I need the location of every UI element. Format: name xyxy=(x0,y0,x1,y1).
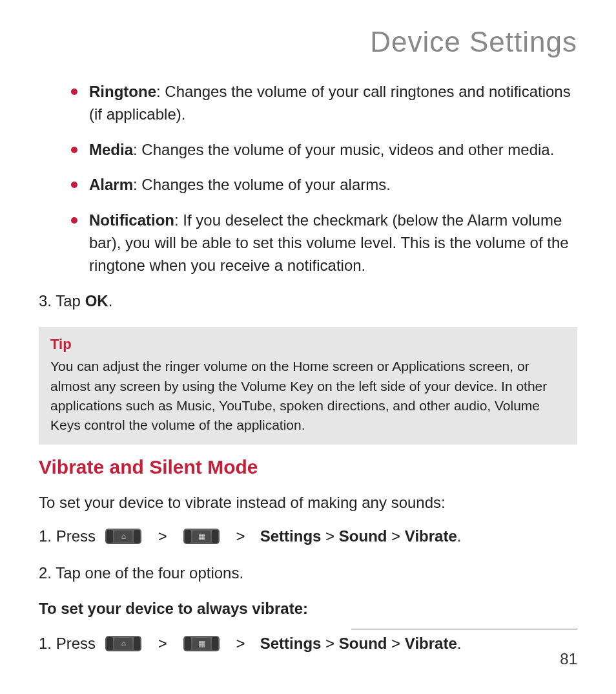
path-settings: Settings xyxy=(260,632,322,655)
step-prefix: 1. Press xyxy=(39,525,104,548)
bullet-media: Media: Changes the volume of your music,… xyxy=(71,139,577,162)
always-vibrate-step-1: 1. Press ⌂ > ▦ > Settings > Sound > Vibr… xyxy=(39,632,577,655)
apps-glyph-icon: ▦ xyxy=(192,638,210,649)
apps-glyph-icon: ▦ xyxy=(192,531,210,542)
section-heading-vibrate: Vibrate and Silent Mode xyxy=(39,456,577,478)
bullet-label: Ringtone xyxy=(89,83,156,100)
page-number: 81 xyxy=(560,650,577,668)
bullet-notification: Notification: If you deselect the checkm… xyxy=(71,209,577,277)
step-3-tap-ok: 3. Tap OK. xyxy=(39,290,577,312)
vibrate-intro: To set your device to vibrate instead of… xyxy=(39,494,577,512)
nav-separator: > xyxy=(149,525,176,548)
step-prefix: 1. Press xyxy=(39,632,104,655)
bullet-ringtone: Ringtone: Changes the volume of your cal… xyxy=(71,81,577,126)
manual-page: Device Settings Ringtone: Changes the vo… xyxy=(0,0,616,694)
home-key-icon: ⌂ xyxy=(105,636,141,651)
bullet-label: Alarm xyxy=(89,176,133,193)
path-sep: > xyxy=(321,525,338,548)
home-glyph-icon: ⌂ xyxy=(114,531,132,542)
footer-rule xyxy=(351,629,577,629)
always-vibrate-heading: To set your device to always vibrate: xyxy=(39,600,577,618)
vibrate-step-1: 1. Press ⌂ > ▦ > Settings > Sound > Vibr… xyxy=(39,525,577,548)
path-sep: > xyxy=(387,632,404,655)
path-settings: Settings xyxy=(260,525,322,548)
bullet-text: Media: Changes the volume of your music,… xyxy=(89,139,577,162)
apps-key-icon: ▦ xyxy=(183,636,220,651)
path-sound: Sound xyxy=(339,525,387,548)
apps-key-icon: ▦ xyxy=(183,529,220,544)
bullet-dot-icon xyxy=(71,182,77,188)
home-key-icon: ⌂ xyxy=(105,529,141,544)
ok-label: OK xyxy=(85,292,108,310)
nav-separator: > xyxy=(227,632,254,655)
bullet-desc: : Changes the volume of your music, vide… xyxy=(133,141,554,158)
bullet-dot-icon xyxy=(71,147,77,153)
bullet-text: Notification: If you deselect the checkm… xyxy=(89,209,577,277)
bullet-desc: : Changes the volume of your alarms. xyxy=(133,176,391,193)
tip-box: Tip You can adjust the ringer volume on … xyxy=(39,327,577,445)
path-sound: Sound xyxy=(339,632,387,655)
path-end: . xyxy=(457,525,462,548)
bullet-text: Alarm: Changes the volume of your alarms… xyxy=(89,174,577,196)
bullet-text: Ringtone: Changes the volume of your cal… xyxy=(89,81,577,126)
volume-bullet-list: Ringtone: Changes the volume of your cal… xyxy=(71,81,577,277)
bullet-label: Media xyxy=(89,141,133,158)
path-end: . xyxy=(457,632,462,655)
nav-separator: > xyxy=(149,632,176,655)
bullet-label: Notification xyxy=(89,211,174,229)
path-vibrate: Vibrate xyxy=(405,525,457,548)
path-vibrate: Vibrate xyxy=(405,632,457,655)
nav-separator: > xyxy=(227,525,254,548)
tip-title: Tip xyxy=(50,336,566,353)
vibrate-step-2: 2. Tap one of the four options. xyxy=(39,562,577,584)
step-prefix: 3. Tap xyxy=(39,292,85,310)
path-sep: > xyxy=(387,525,404,548)
home-glyph-icon: ⌂ xyxy=(114,638,132,649)
step-suffix: . xyxy=(108,292,113,310)
path-sep: > xyxy=(321,632,338,655)
bullet-dot-icon xyxy=(71,89,77,95)
page-title: Device Settings xyxy=(39,26,577,58)
bullet-dot-icon xyxy=(71,217,77,224)
bullet-alarm: Alarm: Changes the volume of your alarms… xyxy=(71,174,577,196)
tip-text: You can adjust the ringer volume on the … xyxy=(50,357,566,436)
bullet-desc: : Changes the volume of your call ringto… xyxy=(89,83,571,123)
